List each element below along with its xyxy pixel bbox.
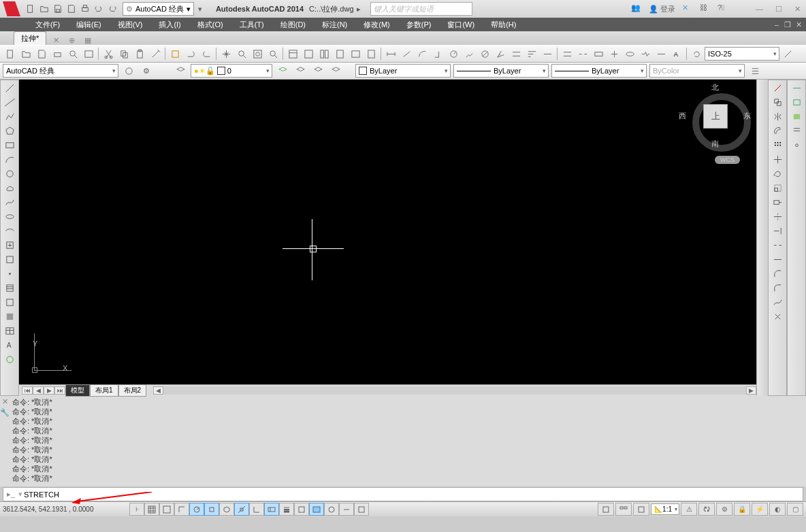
menu-parametric[interactable]: 参数(P) (398, 20, 440, 30)
dimspace-icon[interactable] (560, 46, 575, 61)
print-icon[interactable] (50, 46, 65, 61)
exchange-icon[interactable]: ✕ (682, 3, 693, 14)
layer-isolate-icon[interactable] (310, 63, 325, 78)
tpy-icon[interactable] (294, 503, 309, 516)
line-icon[interactable] (3, 82, 16, 94)
workspace-gear-icon[interactable]: ⚙ (139, 63, 154, 78)
tab-menu-icon[interactable]: ▦ (84, 36, 93, 45)
dyn-icon[interactable] (264, 503, 279, 516)
layer-combo[interactable]: ● ☀ 🔓 0 (191, 64, 272, 78)
preview-icon[interactable] (65, 46, 80, 61)
drawing-canvas[interactable]: YX 上 北 南 东 西 WCS (19, 80, 756, 384)
anno-scale-combo[interactable]: 📐 1:1 (651, 503, 679, 515)
id-icon[interactable] (790, 139, 803, 151)
new-icon[interactable] (3, 46, 18, 61)
redo-icon[interactable] (106, 3, 118, 15)
zoom-prev-icon[interactable] (265, 46, 280, 61)
dimbreak-icon[interactable] (575, 46, 590, 61)
ws-switch-icon[interactable]: ⚙ (716, 503, 732, 516)
menu-window[interactable]: 窗口(W) (439, 20, 483, 30)
doc-close-icon[interactable]: ✕ (794, 20, 803, 29)
menu-insert[interactable]: 插入(I) (150, 20, 189, 30)
am-icon[interactable] (339, 503, 354, 516)
ducs-icon[interactable] (249, 503, 264, 516)
revcloud-icon[interactable] (3, 182, 16, 194)
infocenter-icon[interactable]: 👥 (631, 3, 642, 14)
menu-view[interactable]: 视图(V) (110, 20, 151, 30)
arrow-right-icon[interactable]: ▸ (357, 5, 361, 14)
command-prompt-icon[interactable]: ▸_ (3, 490, 18, 499)
new-icon[interactable] (25, 3, 37, 15)
tab-next-icon[interactable]: ▶ (44, 386, 54, 395)
sc-icon[interactable] (324, 503, 339, 516)
erase-icon[interactable] (771, 82, 784, 94)
modelspace-icon[interactable] (598, 503, 614, 516)
cmd-wrench-icon[interactable]: 🔧 (0, 408, 10, 417)
snap-icon[interactable] (144, 503, 159, 516)
publish-icon[interactable] (81, 46, 96, 61)
viewcube[interactable]: 上 北 南 东 西 (684, 85, 745, 146)
menu-modify[interactable]: 修改(M) (355, 20, 398, 30)
distance-icon[interactable] (790, 82, 803, 94)
hatch-icon[interactable] (3, 282, 16, 294)
tab-document[interactable]: 拉伸* (14, 31, 46, 45)
workspace-settings-icon[interactable] (121, 63, 136, 78)
hscroll-track[interactable] (163, 386, 746, 395)
gradient-icon[interactable] (3, 296, 16, 308)
make-block-icon[interactable] (3, 253, 16, 265)
matchprop-icon[interactable] (148, 46, 163, 61)
dimtedit-icon[interactable]: A (669, 46, 684, 61)
open-icon[interactable] (38, 3, 50, 15)
region-icon[interactable] (3, 310, 16, 322)
redo-icon[interactable] (199, 46, 214, 61)
rectangle-icon[interactable] (3, 139, 16, 151)
insert-block-icon[interactable] (3, 239, 16, 251)
jogged-dim-icon[interactable] (462, 46, 477, 61)
sheetset-icon[interactable] (332, 46, 347, 61)
area-icon[interactable] (790, 96, 803, 108)
qp-icon[interactable] (309, 503, 324, 516)
layer-manager-icon[interactable] (173, 63, 188, 78)
tab-last-icon[interactable]: ⏭ (54, 386, 65, 395)
maximize-icon[interactable]: ☐ (775, 5, 782, 14)
tab-layout2[interactable]: 布局2 (118, 384, 147, 397)
break-icon[interactable] (771, 239, 784, 251)
layer-match-icon[interactable] (328, 63, 343, 78)
fillet-icon[interactable] (771, 282, 784, 294)
ortho-icon[interactable] (174, 503, 189, 516)
cut-icon[interactable] (101, 46, 116, 61)
layer-previous-icon[interactable] (275, 63, 290, 78)
saveas-icon[interactable] (65, 3, 78, 15)
help-icon[interactable]: ?⃝ (718, 3, 728, 14)
menu-tools[interactable]: 工具(T) (231, 20, 272, 30)
quickview-dwg-icon[interactable] (633, 503, 649, 516)
minimize-icon[interactable]: — (756, 5, 763, 14)
workspace-combo[interactable]: AutoCAD 经典 (3, 64, 118, 78)
addselected-icon[interactable] (3, 353, 16, 365)
color-combo[interactable]: ByLayer (355, 64, 451, 78)
wcs-badge[interactable]: WCS (715, 156, 740, 164)
paste-icon[interactable] (132, 46, 147, 61)
angular-dim-icon[interactable] (493, 46, 508, 61)
ellipse-icon[interactable] (3, 210, 16, 222)
doc-restore-icon[interactable]: ❐ (783, 20, 792, 29)
polygon-icon[interactable] (3, 124, 16, 137)
grid-icon[interactable] (159, 503, 174, 516)
menu-draw[interactable]: 绘图(D) (272, 20, 314, 30)
list-icon[interactable] (747, 63, 762, 78)
circle-icon[interactable] (3, 167, 16, 180)
centermark-icon[interactable] (607, 46, 622, 61)
signin-button[interactable]: 👤 登录 (649, 4, 675, 14)
inspect-icon[interactable] (622, 46, 637, 61)
blend-icon[interactable] (771, 296, 784, 308)
block-icon[interactable] (167, 46, 182, 61)
anno-auto-icon[interactable]: 🗘 (698, 503, 715, 516)
isolate-obj-icon[interactable]: ◐ (769, 503, 786, 516)
osnap-icon[interactable] (204, 503, 219, 516)
layer-states-icon[interactable] (293, 63, 308, 78)
open-icon[interactable] (18, 46, 33, 61)
command-input[interactable] (22, 490, 803, 499)
arc-icon[interactable] (3, 153, 16, 165)
doc-minimize-icon[interactable]: – (772, 20, 781, 29)
tab-plus-icon[interactable]: ⊕ (69, 36, 78, 45)
